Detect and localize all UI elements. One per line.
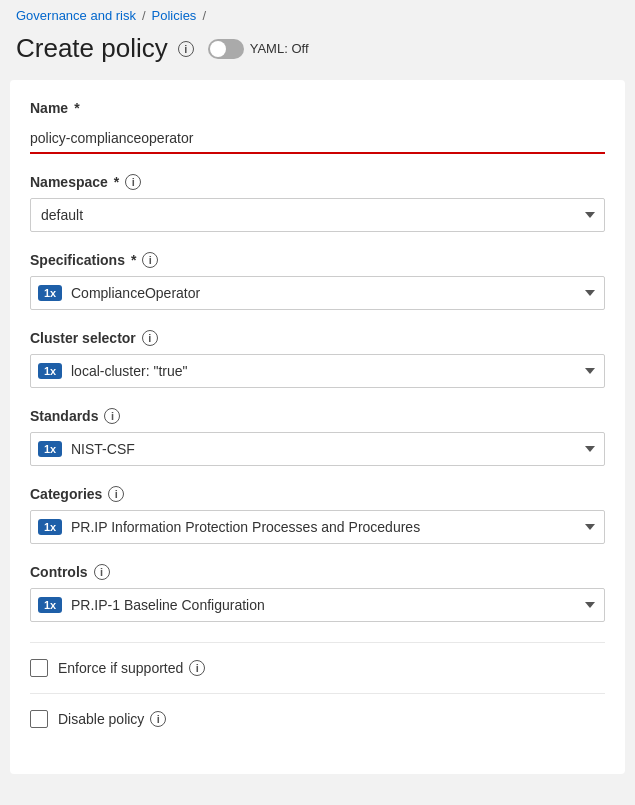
specs-required: * (131, 252, 136, 268)
categories-field-group: Categories i 1x PR.IP Information Protec… (30, 486, 605, 544)
yaml-toggle[interactable]: YAML: Off (208, 39, 309, 59)
page-title: Create policy (16, 33, 168, 64)
cluster-selector-info-icon[interactable]: i (142, 330, 158, 346)
specifications-select-wrapper: 1x ComplianceOperator (30, 276, 605, 310)
enforce-label: Enforce if supported i (58, 660, 205, 676)
controls-info-icon[interactable]: i (94, 564, 110, 580)
page-title-info-icon[interactable]: i (178, 41, 194, 57)
standards-select[interactable]: NIST-CSF (30, 432, 605, 466)
categories-select-wrapper: 1x PR.IP Information Protection Processe… (30, 510, 605, 544)
namespace-required: * (114, 174, 119, 190)
specs-info-icon[interactable]: i (142, 252, 158, 268)
breadcrumb: Governance and risk / Policies / (0, 0, 635, 27)
cluster-selector-label: Cluster selector i (30, 330, 605, 346)
controls-field-group: Controls i 1x PR.IP-1 Baseline Configura… (30, 564, 605, 622)
name-field-group: Name * (30, 100, 605, 154)
standards-field-group: Standards i 1x NIST-CSF (30, 408, 605, 466)
disable-info-icon[interactable]: i (150, 711, 166, 727)
page-header: Create policy i YAML: Off (0, 27, 635, 80)
name-label: Name * (30, 100, 605, 116)
cluster-selector-select-wrapper: 1x local-cluster: "true" (30, 354, 605, 388)
disable-checkbox[interactable] (30, 710, 48, 728)
form-container: Name * Namespace * i default Specificati… (10, 80, 625, 774)
standards-select-wrapper: 1x NIST-CSF (30, 432, 605, 466)
name-required: * (74, 100, 79, 116)
categories-info-icon[interactable]: i (108, 486, 124, 502)
specifications-field-group: Specifications * i 1x ComplianceOperator (30, 252, 605, 310)
cluster-selector-field-group: Cluster selector i 1x local-cluster: "tr… (30, 330, 605, 388)
namespace-info-icon[interactable]: i (125, 174, 141, 190)
disable-label: Disable policy i (58, 711, 166, 727)
yaml-toggle-thumb (210, 41, 226, 57)
categories-select[interactable]: PR.IP Information Protection Processes a… (30, 510, 605, 544)
cluster-selector-select[interactable]: local-cluster: "true" (30, 354, 605, 388)
yaml-toggle-label: YAML: Off (250, 41, 309, 56)
yaml-toggle-track[interactable] (208, 39, 244, 59)
breadcrumb-governance[interactable]: Governance and risk (16, 8, 136, 23)
namespace-select-wrapper: default (30, 198, 605, 232)
namespace-field-group: Namespace * i default (30, 174, 605, 232)
namespace-label: Namespace * i (30, 174, 605, 190)
controls-label: Controls i (30, 564, 605, 580)
standards-label: Standards i (30, 408, 605, 424)
breadcrumb-sep-1: / (142, 8, 146, 23)
enforce-checkbox[interactable] (30, 659, 48, 677)
namespace-select[interactable]: default (30, 198, 605, 232)
enforce-info-icon[interactable]: i (189, 660, 205, 676)
categories-label: Categories i (30, 486, 605, 502)
breadcrumb-policies[interactable]: Policies (152, 8, 197, 23)
name-input[interactable] (30, 124, 605, 154)
standards-info-icon[interactable]: i (104, 408, 120, 424)
controls-select-wrapper: 1x PR.IP-1 Baseline Configuration (30, 588, 605, 622)
enforce-checkbox-group: Enforce if supported i (30, 642, 605, 693)
controls-select[interactable]: PR.IP-1 Baseline Configuration (30, 588, 605, 622)
breadcrumb-sep-2: / (202, 8, 206, 23)
disable-checkbox-group: Disable policy i (30, 693, 605, 744)
specifications-select[interactable]: ComplianceOperator (30, 276, 605, 310)
specifications-label: Specifications * i (30, 252, 605, 268)
